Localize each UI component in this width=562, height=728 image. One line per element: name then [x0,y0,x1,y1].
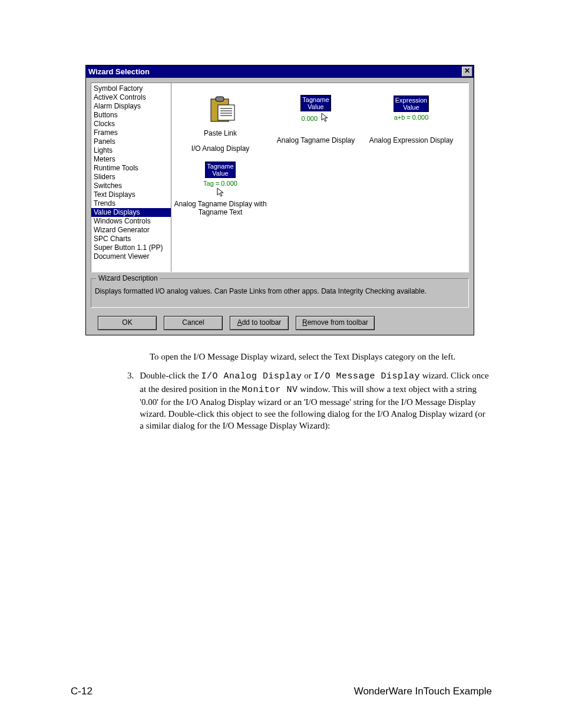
remove-from-toolbar-button[interactable]: Remove from toolbar [296,316,375,330]
tagname-text-icon: Tagname Value Tag = 0.000 [173,159,268,200]
ok-button[interactable]: OK [98,316,157,330]
list-item[interactable]: Super Button 1.1 (PP) [91,243,171,252]
list-item[interactable]: Wizard Generator [91,226,171,235]
prose-p2: Double-click the I/O Analog Display or I… [140,370,491,431]
wizard-label: Analog Tagname Display with Tagname Text [173,200,268,216]
dialog-title: Wizard Selection [88,67,150,76]
step-number: 3. [127,370,140,439]
svg-marker-7 [322,113,328,121]
list-item[interactable]: Frames [91,129,171,137]
category-list[interactable]: Symbol Factory ActiveX Controls Alarm Di… [91,83,171,272]
list-item[interactable]: Switches [91,182,171,190]
tag-extra: a+b = 0.000 [394,114,429,121]
page-title-footer: WonderWare InTouch Example [354,686,492,697]
page-number: C-12 [71,686,92,697]
svg-marker-8 [217,188,223,196]
wizard-label: Analog Tagname Display [268,136,363,144]
tag-extra: 0.000 [302,115,318,122]
button-row: OK Cancel Add to toolbar Remove from too… [98,316,469,330]
wizard-sub-label: Paste Link [173,129,268,137]
tag-sub: Value [308,103,323,110]
add-to-toolbar-button[interactable]: Add to toolbar [230,316,289,330]
tag-sub: Value [403,104,419,111]
wizard-selection-dialog: Wizard Selection ✕ Symbol Factory Active… [85,65,474,335]
wizard-item-analog-tagname-display[interactable]: Tagname Value 0.000 Analog Tagname Displ… [268,87,363,157]
list-item[interactable]: Text Displays [91,190,171,199]
list-item[interactable]: Sliders [91,173,171,182]
titlebar: Wizard Selection ✕ [86,65,474,78]
cancel-button[interactable]: Cancel [164,316,223,330]
svg-rect-1 [216,97,224,101]
list-item[interactable]: Meters [91,155,171,164]
list-item[interactable]: SPC Charts [91,235,171,243]
wizard-item-io-analog-display[interactable]: Paste Link I/O Analog Display [173,87,268,157]
svg-rect-2 [218,105,234,120]
list-item-selected[interactable]: Value Displays [91,208,171,217]
list-item[interactable]: Clocks [91,120,171,129]
top-pane: Symbol Factory ActiveX Controls Alarm Di… [91,83,469,272]
list-item[interactable]: Buttons [91,111,171,120]
page-footer: C-12 WonderWare InTouch Example [71,686,492,697]
wizard-label: I/O Analog Display [173,144,268,153]
list-item[interactable]: Panels [91,137,171,146]
close-icon[interactable]: ✕ [462,67,472,77]
expression-value-icon: Expression Value a+b = 0.000 [363,88,459,129]
wizard-description-frame: Wizard Description Displays formatted I/… [91,278,469,308]
wizard-description-text: Displays formatted I/O analog values. Ca… [95,287,427,295]
tag-title: Tagname [207,163,233,170]
wizard-gallery: Paste Link I/O Analog Display Tagname Va… [171,83,468,272]
tagname-value-icon: Tagname Value 0.000 [268,88,363,129]
prose-p1: To open the I/O Message Display wizard, … [150,351,491,363]
tag-title: Expression [395,97,427,104]
wizard-label: Analog Expression Display [363,136,459,144]
list-item[interactable]: ActiveX Controls [91,93,171,102]
dialog-body: Symbol Factory ActiveX Controls Alarm Di… [86,78,474,335]
list-item[interactable]: Runtime Tools [91,164,171,173]
cursor-icon [216,187,226,197]
tag-sub: Value [212,170,228,177]
paste-link-icon [173,88,268,129]
list-item[interactable]: Symbol Factory [91,84,171,93]
list-item[interactable]: Windows Controls [91,217,171,226]
list-item[interactable]: Alarm Displays [91,102,171,111]
cursor-icon [320,113,330,122]
list-item[interactable]: Document Viewer [91,252,171,261]
body-prose: To open the I/O Message Display wizard, … [150,351,491,439]
list-item[interactable]: Lights [91,146,171,155]
tag-title: Tagname [302,96,329,103]
tag-extra: Tag = 0.000 [203,180,237,187]
wizard-item-analog-expression-display[interactable]: Expression Value a+b = 0.000 Analog Expr… [363,87,459,157]
wizard-description-legend: Wizard Description [96,274,160,282]
list-item[interactable]: Trends [91,199,171,208]
wizard-item-analog-tagname-display-with-text[interactable]: Tagname Value Tag = 0.000 Analog Tagname… [173,157,268,221]
